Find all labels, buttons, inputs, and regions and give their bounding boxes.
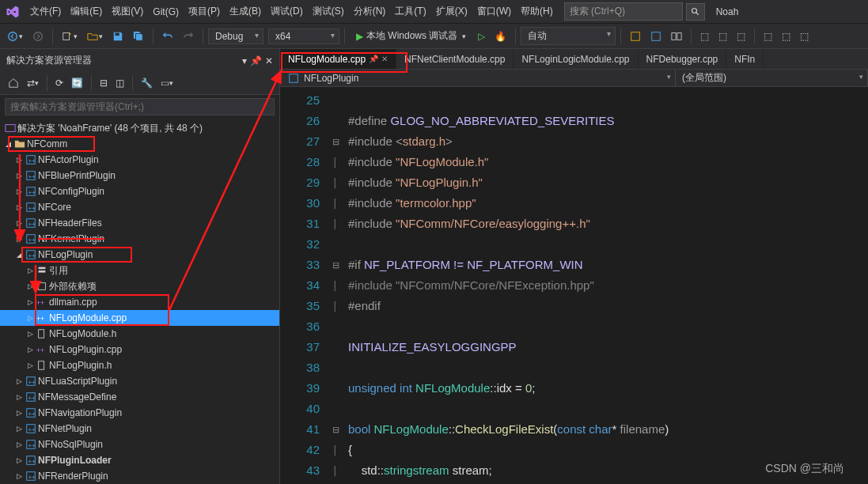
external-deps-node[interactable]: ▷ 外部依赖项 (0, 278, 279, 294)
project-item[interactable]: ▷++NFPluginLoader (0, 452, 279, 468)
file-nflogplugin-cpp[interactable]: ▷ ++ NFLogPlugin.cpp (0, 342, 279, 357)
tool-icon-6[interactable]: ⬚ (733, 28, 749, 44)
back-button[interactable]: ▾ (3, 28, 27, 44)
svg-rect-5 (116, 32, 119, 36)
code-area[interactable]: 25262728293031323334353637383940414243 ⊟… (280, 87, 868, 484)
save-all-button[interactable] (129, 28, 148, 44)
menu-view[interactable]: 视图(V) (107, 2, 148, 21)
project-item[interactable]: ▷++NFHeaderFiles (0, 215, 279, 231)
properties-icon[interactable]: 🔧 (138, 76, 156, 90)
tab-nfnetclient[interactable]: NFNetClientModule.cpp (396, 49, 514, 69)
project-item[interactable]: ▷++NFNavigationPlugin (0, 405, 279, 421)
platform-combo[interactable]: x64 (268, 28, 339, 44)
menu-window[interactable]: 窗口(W) (472, 2, 516, 21)
project-item[interactable]: ▷++NFNoSqlPlugin (0, 437, 279, 452)
references-node[interactable]: ▷ 引用 (0, 263, 279, 278)
open-button[interactable]: ▾ (83, 28, 107, 44)
solution-label: 解决方案 'NoahFrame' (48 个项目, 共 48 个) (17, 122, 203, 135)
project-item[interactable]: ▷++NFConfigPlugin (0, 183, 279, 199)
file-nflogmodule-h[interactable]: ▷ NFLogModule.h (0, 326, 279, 342)
preview-icon[interactable]: ▭▾ (157, 76, 176, 90)
project-item[interactable]: ▷++NFMessageDefine (0, 389, 279, 405)
pin-icon[interactable]: 📌 (369, 55, 378, 63)
tool-icon-7[interactable]: ⬚ (760, 28, 776, 44)
solution-tree[interactable]: 解决方案 'NoahFrame' (48 个项目, 共 48 个) ◢ NFCo… (0, 119, 279, 484)
show-all-icon[interactable]: ◫ (112, 76, 127, 90)
menu-file[interactable]: 文件(F) (25, 2, 66, 21)
close-icon[interactable]: ✕ (381, 55, 388, 63)
save-button[interactable] (108, 28, 127, 44)
forward-button[interactable] (28, 28, 47, 44)
home-icon[interactable] (5, 76, 22, 90)
sync-icon[interactable]: 🔄 (68, 76, 86, 90)
pending-icon[interactable]: ⟳ (52, 76, 66, 90)
user-label[interactable]: Noah (711, 6, 744, 17)
tab-overflow[interactable]: NFIn (726, 49, 764, 69)
menu-git[interactable]: Git(G) (148, 3, 184, 21)
undo-button[interactable] (158, 28, 177, 44)
search-button[interactable] (686, 3, 705, 21)
external-deps-label: 外部依赖项 (49, 280, 97, 293)
start-no-debug-button[interactable]: ▷ (474, 28, 489, 44)
tool-icon-4[interactable]: ⬚ (696, 28, 713, 44)
project-item[interactable]: ▷++NFLuaScriptPlugin (0, 373, 279, 389)
menu-edit[interactable]: 编辑(E) (66, 2, 107, 21)
panel-pin-icon[interactable]: 📌 (250, 55, 262, 66)
menu-test[interactable]: 测试(S) (308, 2, 349, 21)
fold-column[interactable]: ⊟││││⊟││⊟││ (328, 87, 343, 484)
solution-search-input[interactable] (5, 98, 275, 115)
cpp-icon: ++ (35, 312, 49, 323)
svg-rect-8 (672, 32, 676, 40)
menu-tools[interactable]: 工具(T) (390, 2, 430, 21)
svg-rect-27 (39, 283, 46, 290)
start-debug-button[interactable]: ▶本地 Windows 调试器▾ (350, 27, 472, 45)
menu-extensions[interactable]: 扩展(X) (431, 2, 472, 21)
switch-view-icon[interactable]: ⇄▾ (24, 76, 42, 90)
editor-tabs: NFLogModule.cpp 📌 ✕ NFNetClientModule.cp… (280, 49, 868, 70)
tool-icon-3[interactable] (667, 28, 686, 44)
collapse-all-icon[interactable]: ⊟ (97, 76, 111, 90)
expand-icon[interactable]: ◢ (14, 251, 24, 259)
global-search-input[interactable]: 搜索 (Ctrl+Q) (564, 2, 683, 21)
project-nflogplugin[interactable]: ◢ ++ NFLogPlugin (0, 247, 279, 263)
project-icon (286, 73, 301, 84)
project-item[interactable]: ▷++NFKernelPlugin (0, 231, 279, 247)
config-combo[interactable]: Debug (208, 28, 263, 44)
tab-label: NFNetClientModule.cpp (404, 54, 505, 65)
nav-project[interactable]: NFLogPlugin (280, 70, 676, 86)
project-item[interactable]: ▷++NFActorPlugin (0, 152, 279, 168)
tool-icon-9[interactable]: ⬚ (796, 28, 813, 44)
tool-icon-5[interactable]: ⬚ (714, 28, 731, 44)
hot-reload-button[interactable]: 🔥 (491, 28, 510, 44)
redo-button[interactable] (179, 28, 198, 44)
menu-project[interactable]: 项目(P) (184, 2, 225, 21)
project-item[interactable]: ▷++NFBluePrintPlugin (0, 168, 279, 183)
file-nflogmodule-cpp[interactable]: ▷ ++ NFLogModule.cpp (0, 310, 279, 326)
expand-icon[interactable]: ◢ (3, 140, 13, 148)
thread-combo[interactable]: 自动 (521, 27, 616, 45)
file-dllmain[interactable]: ▷ ++ dllmain.cpp (0, 294, 279, 310)
project-item[interactable]: ▷++NFNetPlugin (0, 421, 279, 437)
menu-build[interactable]: 生成(B) (225, 2, 266, 21)
nav-scope[interactable]: (全局范围) (676, 70, 868, 86)
project-icon: ++ (24, 249, 38, 260)
folder-nfcomm[interactable]: ◢ NFComm (0, 136, 279, 152)
tab-nfloginlogic[interactable]: NFLoginLogicModule.cpp (514, 49, 638, 69)
project-item[interactable]: ▷++NFCore (0, 199, 279, 215)
tab-nfdebugger[interactable]: NFDebugger.cpp (639, 49, 727, 69)
panel-close-icon[interactable]: ✕ (265, 55, 273, 66)
file-nflogplugin-h[interactable]: ▷ NFLogPlugin.h (0, 357, 279, 373)
tool-icon-2[interactable] (646, 28, 665, 44)
menu-help[interactable]: 帮助(H) (516, 2, 558, 21)
menu-debug[interactable]: 调试(D) (266, 2, 308, 21)
project-item[interactable]: ▷++NFRenderPlugin (0, 468, 279, 484)
new-item-button[interactable]: ▾ (58, 28, 81, 44)
panel-dropdown-icon[interactable]: ▾ (242, 55, 247, 66)
watermark: CSDN @三和尚 (765, 462, 844, 476)
code-lines[interactable]: #define GLOG_NO_ABBREVIATED_SEVERITIES#i… (343, 87, 669, 484)
solution-node[interactable]: 解决方案 'NoahFrame' (48 个项目, 共 48 个) (0, 120, 279, 136)
tab-nflogmodule[interactable]: NFLogModule.cpp 📌 ✕ (280, 49, 396, 69)
tool-icon-8[interactable]: ⬚ (778, 28, 794, 44)
tool-icon-1[interactable] (626, 28, 645, 44)
menu-analyze[interactable]: 分析(N) (349, 2, 391, 21)
